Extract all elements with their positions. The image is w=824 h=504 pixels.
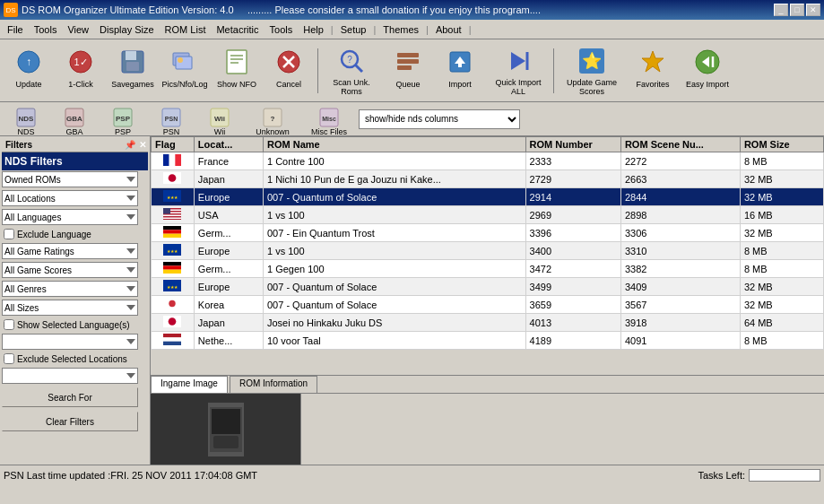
clear-filters-button[interactable]: Clear Filters (2, 412, 138, 431)
table-row[interactable]: Japan 1 Nichi 10 Pun de E ga Jouzu ni Ka… (152, 170, 824, 188)
pics-button[interactable]: Pics/Nfo/Log (160, 43, 210, 99)
col-location[interactable]: Locat... (194, 137, 263, 152)
shownfo-button[interactable]: Show NFO (212, 43, 262, 99)
svg-rect-5 (126, 51, 136, 60)
column-select-dropdown[interactable]: show/hide nds columns (359, 109, 520, 129)
col-rom-size[interactable]: ROM Size (740, 137, 823, 152)
cell-rom-name: 007 - Quantum of Solace (263, 188, 525, 206)
table-row[interactable]: Korea 007 - Quantum of Solace 3659 3567 … (152, 296, 824, 314)
table-row[interactable]: Germ... 1 Gegen 100 3472 3382 8 MB (152, 260, 824, 278)
tab-ingame-image[interactable]: Ingame Image (151, 376, 228, 393)
favorites-button[interactable]: Favorites (628, 43, 678, 99)
table-row[interactable]: ★★★ Europe 1 vs 100 3400 3310 8 MB (152, 242, 824, 260)
menu-help[interactable]: Help (298, 22, 329, 37)
minimize-button[interactable]: _ (774, 4, 788, 16)
menu-display-size[interactable]: Display Size (94, 22, 160, 37)
sizes-filter[interactable]: All Sizes (2, 300, 138, 316)
table-row[interactable]: ★★★ Europe 007 - Quantum of Solace 2914 … (152, 188, 824, 206)
cell-rom-size: 64 MB (740, 314, 823, 332)
cell-rom-size: 32 MB (740, 278, 823, 296)
search-for-button[interactable]: Search For (2, 387, 138, 407)
cell-flag (152, 332, 195, 350)
savegames-button[interactable]: Savegames (108, 43, 158, 99)
svg-rect-78 (212, 409, 240, 434)
svg-rect-60 (163, 226, 181, 230)
table-row[interactable]: Japan Josei no Hinkaku Juku DS 4013 3918… (152, 314, 824, 332)
col-flag[interactable]: Flag (152, 137, 195, 152)
cell-rom-size: 8 MB (740, 260, 823, 278)
miscfiles-button[interactable]: Misc Misc Files (303, 105, 355, 134)
table-row[interactable]: Nethe... 10 voor Taal 4189 4091 8 MB (152, 332, 824, 350)
update-button[interactable]: ↑ Update (4, 43, 54, 99)
cell-rom-name: 1 Gegen 100 (263, 260, 525, 278)
1click-button[interactable]: 1✓ 1-Click (56, 43, 106, 99)
col-rom-scene-num[interactable]: ROM Scene Nu... (620, 137, 740, 152)
selected-loc-dropdown[interactable] (2, 368, 138, 384)
menu-rom-list[interactable]: ROM List (160, 22, 212, 37)
1click-icon: 1✓ (65, 46, 97, 78)
filters-section: Owned ROMs All Locations All Languages E… (2, 170, 148, 433)
unknown-button[interactable]: ? Unknown (246, 105, 299, 134)
languages-filter[interactable]: All Languages (2, 209, 138, 225)
updategames-button[interactable]: ⭐ Update Game Scores (558, 43, 626, 99)
table-row[interactable]: USA 1 vs 100 2969 2898 16 MB (152, 206, 824, 224)
cell-flag: ★★★ (152, 278, 195, 296)
maximize-button[interactable]: □ (790, 4, 804, 16)
table-row[interactable]: Germ... 007 - Ein Quantum Trost 3396 330… (152, 224, 824, 242)
owned-roms-filter[interactable]: Owned ROMs (2, 171, 138, 187)
psn-button[interactable]: PSN PSN (149, 105, 194, 134)
exclude-language-checkbox[interactable] (4, 229, 14, 239)
sidebar-pin-button[interactable]: 📌 (125, 140, 135, 150)
psp-button[interactable]: PSP PSP (100, 105, 145, 134)
selected-lang-dropdown[interactable] (2, 334, 138, 350)
menu-view[interactable]: View (62, 22, 94, 37)
menu-metacritic[interactable]: Metacritic (211, 22, 264, 37)
genres-filter[interactable]: All Genres (2, 281, 138, 297)
gba-button[interactable]: GBA GBA (52, 105, 97, 134)
svg-rect-22 (397, 65, 412, 70)
col-rom-name[interactable]: ROM Name (263, 137, 525, 152)
menu-tools[interactable]: Tools (29, 22, 63, 37)
svg-text:★★★: ★★★ (167, 248, 178, 254)
col-rom-number[interactable]: ROM Number (525, 137, 620, 152)
exclude-selected-loc-checkbox[interactable] (4, 353, 14, 364)
easyimport-button[interactable]: Easy Import (680, 43, 735, 99)
cell-location: France (194, 152, 263, 170)
import-button[interactable]: Import (435, 43, 485, 99)
menu-about[interactable]: About (430, 22, 467, 37)
menu-setup[interactable]: Setup (335, 22, 372, 37)
table-row[interactable]: ★★★ Europe 007 - Quantum of Solace 3499 … (152, 278, 824, 296)
scanunk-button[interactable]: ? Scan Unk. Roms (322, 43, 381, 99)
locations-filter[interactable]: All Locations (2, 190, 138, 206)
menu-file[interactable]: File (2, 22, 29, 37)
cell-rom-number: 2333 (525, 152, 620, 170)
sidebar-close-button[interactable]: ✕ (139, 140, 146, 150)
title-bar-left: DS DS ROM Organizer Ultimate Edition Ver… (4, 3, 541, 17)
cell-rom-number: 3400 (525, 242, 620, 260)
svg-rect-59 (163, 208, 170, 214)
table-row[interactable]: France 1 Contre 100 2333 2272 8 MB (152, 152, 824, 170)
cell-rom-size: 8 MB (740, 152, 823, 170)
game-scores-filter[interactable]: All Game Scores (2, 262, 138, 278)
cell-rom-number: 3499 (525, 278, 620, 296)
menu-themes[interactable]: Themes (377, 22, 424, 37)
secondary-toolbar: NDS NDS GBA GBA PSP PSP PSN PSN Wii Wii … (0, 102, 824, 136)
image-panel (151, 394, 301, 465)
toolbar-separator-2 (553, 48, 554, 93)
close-button[interactable]: ✕ (806, 4, 820, 16)
quickimport-button[interactable]: Quick Import ALL (487, 43, 550, 99)
tab-rom-information[interactable]: ROM Information (230, 376, 317, 393)
nds-button[interactable]: NDS NDS (4, 105, 48, 134)
wii-button[interactable]: Wii Wii (197, 105, 242, 134)
queue-button[interactable]: Queue (383, 43, 433, 99)
table-body: France 1 Contre 100 2333 2272 8 MB Japan… (152, 152, 824, 350)
game-ratings-filter[interactable]: All Game Ratings (2, 243, 138, 259)
menu-tools2[interactable]: Tools (265, 22, 299, 37)
title-bar: DS DS ROM Organizer Ultimate Edition Ver… (0, 0, 824, 20)
cancel-button[interactable]: Cancel (264, 43, 314, 99)
svg-point-51 (169, 174, 177, 182)
cell-rom-scene-num: 2898 (620, 206, 740, 224)
show-selected-lang-checkbox[interactable] (4, 319, 14, 330)
app-icon: DS (4, 3, 18, 17)
svg-rect-61 (163, 230, 181, 233)
